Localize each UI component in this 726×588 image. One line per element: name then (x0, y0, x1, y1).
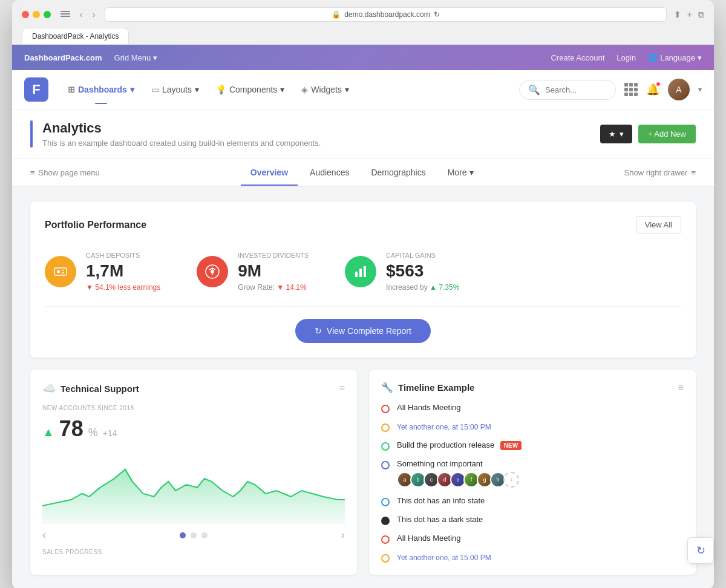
grid-view-icon[interactable] (624, 83, 638, 96)
timeline-menu-button[interactable]: ≡ (678, 382, 684, 393)
address-bar[interactable]: 🔒 demo.dashboardpack.com ↻ (105, 7, 666, 22)
svg-rect-0 (54, 268, 67, 275)
reload-icon[interactable]: ↻ (434, 10, 440, 19)
grow-rate: Grow Rate: ▼ 14.1% (238, 283, 309, 292)
timeline-item-title: All Hands Meeting (397, 403, 684, 412)
cloud-icon: ☁️ (42, 382, 56, 395)
capital-gains-label: Capital Gains (386, 252, 459, 259)
tech-stat-number: 78 (59, 416, 83, 442)
stat-capital-gains: Capital Gains $563 Increased by ▲ 7.35% (345, 252, 459, 292)
chevron-down-icon: ▾ (620, 129, 624, 139)
app-logo[interactable]: F (24, 77, 48, 102)
language-selector[interactable]: 🌐 Language ▾ (648, 53, 702, 62)
tech-support-chart (42, 451, 345, 524)
report-icon: ↻ (315, 326, 322, 336)
capital-gains-sub: Increased by ▲ 7.35% (386, 283, 459, 292)
card-menu-button[interactable]: ≡ (339, 383, 345, 394)
cash-deposits-value: 1,7M (86, 261, 160, 281)
notifications-button[interactable]: 🔔 (646, 83, 659, 96)
timeline-card: 🔧 Timeline Example ≡ All Hands Meeting (369, 370, 696, 575)
timeline-item-4: Something not important a b c d e f g h (381, 459, 684, 488)
nav-item-widgets[interactable]: ◈ Widgets ▾ (294, 80, 356, 99)
nav-item-layouts[interactable]: ▭ Layouts ▾ (144, 80, 206, 99)
login-link[interactable]: Login (616, 53, 636, 62)
dashboard-icon: ⊞ (68, 85, 75, 94)
nav-item-components[interactable]: 💡 Components ▾ (209, 80, 292, 99)
star-icon: ★ (609, 129, 616, 139)
chart-dot-2[interactable] (191, 532, 197, 538)
chart-prev-button[interactable]: ‹ (42, 529, 46, 541)
tab-overview[interactable]: Overview (241, 160, 298, 185)
timeline-list: All Hands Meeting Yet another one, at 15… (381, 403, 684, 563)
chevron-down-icon: ▾ (153, 53, 157, 62)
tab-audiences[interactable]: Audiences (300, 160, 359, 185)
timeline-item-title: All Hands Meeting (397, 534, 684, 543)
timeline-dot-green (381, 442, 390, 451)
svg-rect-8 (364, 266, 366, 277)
chart-dot-3[interactable] (201, 532, 208, 538)
back-button[interactable]: ‹ (77, 8, 85, 21)
view-complete-report-button[interactable]: ↻ View Complete Report (295, 319, 431, 343)
timeline-item-5: This dot has an info state (381, 496, 684, 506)
tech-stat-percent: % (88, 426, 98, 439)
show-page-menu-button[interactable]: ≡ Show page menu (30, 168, 100, 177)
user-menu-chevron[interactable]: ▾ (698, 85, 702, 94)
drawer-icon: ≡ (691, 168, 696, 177)
refresh-button[interactable]: ↻ (687, 537, 714, 564)
forward-button[interactable]: › (90, 8, 98, 21)
traffic-light-red[interactable] (22, 11, 29, 18)
avatar-group: a b c d e f g h + (397, 472, 684, 488)
invested-label: Invested Dividents (238, 252, 309, 259)
timeline-dot-yellow-2 (381, 554, 390, 563)
timeline-item-sub: Yet another one, at 15:00 PM (397, 554, 684, 562)
widget-icon: ◈ (301, 85, 308, 94)
notification-badge (656, 82, 661, 87)
new-badge: NEW (500, 441, 522, 450)
search-input[interactable] (545, 85, 607, 94)
invested-icon (197, 256, 228, 287)
timeline-item-sub: Yet another one, at 15:00 PM (397, 423, 684, 431)
add-new-button[interactable]: + Add New (638, 125, 696, 143)
nav-item-dashboards[interactable]: ⊞ Dashboards ▾ (60, 80, 142, 99)
create-account-link[interactable]: Create Account (551, 53, 604, 62)
timeline-item-title: Build the production release NEW (397, 440, 684, 450)
user-avatar[interactable]: A (668, 79, 690, 100)
traffic-light-yellow[interactable] (33, 11, 40, 18)
chart-next-button[interactable]: › (341, 529, 345, 541)
timeline-item-3: Build the production release NEW (381, 440, 684, 451)
cash-deposits-sub: 54.1% less earnings (86, 283, 160, 292)
tab-demographics[interactable]: Demographics (361, 160, 435, 185)
brand-name[interactable]: DashboardPack.com (24, 53, 102, 62)
grid-menu-link[interactable]: Grid Menu ▾ (114, 53, 158, 62)
avatar-more[interactable]: + (503, 472, 519, 488)
timeline-icon: 🔧 (381, 382, 393, 393)
timeline-dot-dark (381, 517, 390, 525)
star-button[interactable]: ★ ▾ (600, 125, 632, 143)
timeline-dot-red-2 (381, 535, 390, 544)
windows-icon[interactable]: ⧉ (698, 10, 704, 20)
browser-tab[interactable]: DashboardPack - Analytics (22, 28, 129, 44)
svg-rect-1 (57, 270, 60, 273)
share-icon[interactable]: ⬆ (674, 10, 681, 20)
main-content: Portfolio Performance View All (12, 187, 714, 588)
grow-value: ▼ (276, 283, 286, 292)
timeline-item-1: All Hands Meeting (381, 403, 684, 413)
view-all-button[interactable]: View All (636, 216, 681, 234)
invested-value: 9M (238, 261, 309, 281)
tab-more[interactable]: More ▾ (438, 160, 483, 185)
main-navigation: F ⊞ Dashboards ▾ ▭ Layouts ▾ 💡 Componen (12, 70, 714, 109)
sidebar-toggle-icon[interactable] (60, 11, 70, 18)
new-tab-icon[interactable]: + (687, 10, 692, 20)
portfolio-title: Portfolio Performance (45, 220, 146, 230)
search-box[interactable]: 🔍 (519, 80, 616, 100)
lock-icon: 🔒 (332, 10, 341, 19)
traffic-light-green[interactable] (44, 11, 51, 18)
capital-gains-icon (345, 256, 376, 287)
chevron-down-icon: ▾ (280, 85, 284, 94)
show-right-drawer-button[interactable]: Show right drawer ≡ (624, 168, 696, 177)
svg-rect-7 (359, 269, 362, 277)
chart-dot-1[interactable] (180, 532, 186, 538)
timeline-item-title: This dot has an info state (397, 496, 684, 505)
menu-lines-icon: ≡ (30, 168, 35, 177)
cash-deposits-icon (45, 256, 76, 287)
